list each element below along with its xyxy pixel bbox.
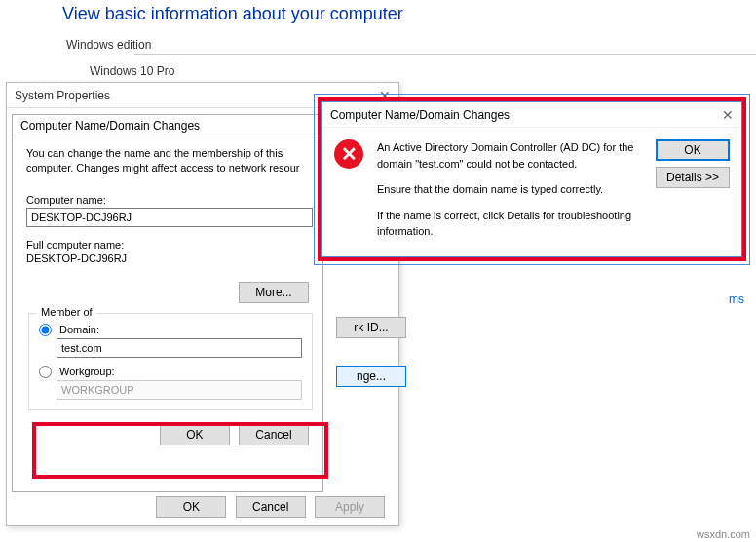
right-link[interactable]: ms xyxy=(729,292,744,306)
error-dialog: Computer Name/Domain Changes ✕ ✕ An Acti… xyxy=(321,101,742,257)
workgroup-input xyxy=(57,380,302,400)
domain-changes-description: You can change the name and the membersh… xyxy=(26,146,309,176)
computer-name-label: Computer name: xyxy=(26,194,309,206)
error-line2: Ensure that the domain name is typed cor… xyxy=(377,181,636,198)
member-of-label: Member of xyxy=(37,306,96,318)
error-message: An Active Directory Domain Controller (A… xyxy=(377,139,636,250)
domain-changes-dialog: Computer Name/Domain Changes You can cha… xyxy=(12,114,323,492)
divider xyxy=(134,54,756,55)
domain-changes-title: Computer Name/Domain Changes xyxy=(13,115,322,136)
sysprops-apply-button[interactable]: Apply xyxy=(315,496,385,518)
domain-radio[interactable] xyxy=(39,324,52,336)
member-of-group: Member of Domain: Workgroup: xyxy=(28,313,313,410)
error-line3: If the name is correct, click Details fo… xyxy=(377,208,636,240)
full-computer-name-value: DESKTOP-DCJ96RJ xyxy=(26,252,309,264)
error-ok-button[interactable]: OK xyxy=(656,139,730,161)
error-icon: ✕ xyxy=(334,139,363,169)
computer-name-input[interactable] xyxy=(26,208,313,227)
right-column: ms xyxy=(729,292,744,341)
edition-heading: Windows edition xyxy=(62,38,756,52)
system-info-panel: View basic information about your comput… xyxy=(0,0,756,78)
change-button[interactable]: nge... xyxy=(336,366,406,387)
changes-ok-button[interactable]: OK xyxy=(160,424,230,445)
watermark: wsxdn.com xyxy=(697,528,750,540)
network-id-button[interactable]: rk ID... xyxy=(336,317,406,338)
close-icon[interactable]: ✕ xyxy=(722,107,734,123)
sysprops-ok-button[interactable]: OK xyxy=(156,496,226,518)
full-computer-name-label: Full computer name: xyxy=(26,239,309,251)
sysprops-cancel-button[interactable]: Cancel xyxy=(236,496,306,518)
dialog-title: System Properties xyxy=(15,83,110,108)
error-titlebar[interactable]: Computer Name/Domain Changes ✕ xyxy=(322,102,741,128)
page-title: View basic information about your comput… xyxy=(62,4,756,24)
more-button[interactable]: More... xyxy=(239,282,309,303)
changes-cancel-button[interactable]: Cancel xyxy=(239,424,309,445)
error-line1: An Active Directory Domain Controller (A… xyxy=(377,139,636,172)
workgroup-radio-label: Workgroup: xyxy=(59,366,115,377)
error-dialog-highlight: Computer Name/Domain Changes ✕ ✕ An Acti… xyxy=(318,97,746,261)
workgroup-radio[interactable] xyxy=(39,366,52,378)
domain-input[interactable] xyxy=(57,338,302,358)
error-title: Computer Name/Domain Changes xyxy=(330,108,510,122)
error-details-button[interactable]: Details >> xyxy=(656,167,730,188)
domain-radio-label: Domain: xyxy=(59,324,99,335)
edition-value: Windows 10 Pro xyxy=(62,64,756,78)
